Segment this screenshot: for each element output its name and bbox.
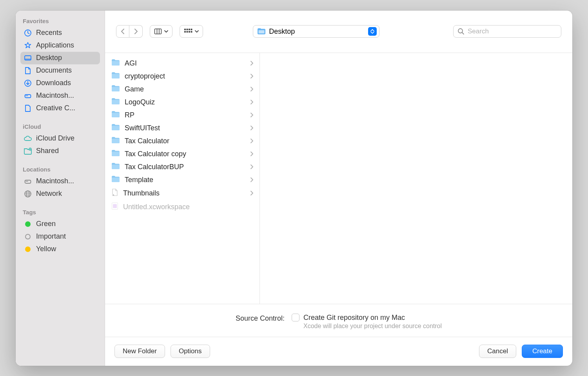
chevron-right-icon <box>250 59 253 68</box>
sidebar: FavoritesRecentsApplicationsDesktopDocum… <box>16 11 105 366</box>
location-picker[interactable]: Desktop <box>253 25 379 38</box>
sidebar-item-label: Applications <box>36 41 74 49</box>
file-row[interactable]: Tax Calculator copy <box>105 148 260 161</box>
sidebar-item-label: Shared <box>36 147 59 155</box>
sidebar-item-label: Downloads <box>36 79 71 87</box>
sidebar-item-recents[interactable]: Recents <box>20 27 100 39</box>
search-box[interactable] <box>453 25 561 38</box>
grid-group-icon <box>184 28 192 35</box>
clock-icon <box>24 29 32 37</box>
sidebar-item-green[interactable]: Green <box>20 218 100 230</box>
folder-icon <box>111 124 120 133</box>
sidebar-item-macintosh-[interactable]: Macintosh... <box>20 175 100 188</box>
file-name: Game <box>125 85 245 93</box>
sidebar-section-title: Locations <box>20 164 100 175</box>
cancel-button[interactable]: Cancel <box>479 345 516 358</box>
tag-dot-icon <box>24 245 32 254</box>
toolbar: Desktop <box>105 11 572 53</box>
svg-rect-4 <box>25 95 31 98</box>
button-bar: New Folder Options Cancel Create <box>105 337 572 366</box>
group-button[interactable] <box>180 25 203 38</box>
file-name: Tax Calculator <box>125 137 245 145</box>
svg-rect-1 <box>25 56 31 60</box>
sidebar-item-icloud-drive[interactable]: iCloud Drive <box>20 132 100 145</box>
file-name: LogoQuiz <box>125 98 245 106</box>
svg-rect-27 <box>258 28 261 30</box>
file-row[interactable]: Game <box>105 83 260 96</box>
chevron-right-icon <box>250 137 253 145</box>
sidebar-item-applications[interactable]: Applications <box>20 39 100 52</box>
svg-rect-15 <box>155 29 162 34</box>
file-icon <box>24 104 32 113</box>
create-button[interactable]: Create <box>522 345 563 358</box>
file-icon <box>111 188 118 198</box>
file-name: Thumbnails <box>123 189 245 197</box>
sidebar-item-desktop[interactable]: Desktop <box>20 52 100 64</box>
file-row[interactable]: RP <box>105 109 260 122</box>
search-icon <box>457 28 465 35</box>
file-name: RP <box>125 111 245 119</box>
file-area: AGIcryptoprojectGameLogoQuizRPSwiftUITes… <box>105 53 572 304</box>
chevron-right-icon <box>134 29 138 34</box>
location-stepper-icon <box>368 27 377 36</box>
sidebar-section-title: Tags <box>20 207 100 218</box>
save-dialog: FavoritesRecentsApplicationsDesktopDocum… <box>16 11 572 366</box>
file-name: Untitled.xcworkspace <box>123 203 253 211</box>
forward-button[interactable] <box>129 25 143 38</box>
options-button[interactable]: Options <box>171 345 210 358</box>
sidebar-item-macintosh-[interactable]: Macintosh... <box>20 89 100 102</box>
file-row[interactable]: Untitled.xcworkspace <box>105 200 260 214</box>
file-row[interactable]: SwiftUITest <box>105 122 260 135</box>
sidebar-item-downloads[interactable]: Downloads <box>20 77 100 89</box>
svg-point-29 <box>458 29 463 33</box>
svg-rect-32 <box>113 204 117 208</box>
source-control-label: Source Control: <box>236 314 285 323</box>
chevron-right-icon <box>250 111 253 119</box>
file-row[interactable]: AGI <box>105 57 260 70</box>
git-checkbox[interactable] <box>292 314 299 321</box>
sidebar-item-network[interactable]: Network <box>20 188 100 200</box>
file-row[interactable]: cryptoproject <box>105 70 260 83</box>
chevron-right-icon <box>250 176 253 184</box>
sidebar-item-important[interactable]: Important <box>20 230 100 243</box>
columns-icon <box>154 28 162 35</box>
svg-rect-21 <box>191 29 192 30</box>
chevron-right-icon <box>250 189 253 197</box>
file-row[interactable]: Tax Calculator <box>105 135 260 148</box>
sidebar-item-yellow[interactable]: Yellow <box>20 243 100 256</box>
file-row[interactable]: Thumbnails <box>105 186 260 200</box>
sidebar-item-label: Green <box>36 220 56 228</box>
folder-icon <box>111 72 120 81</box>
view-columns-button[interactable] <box>150 25 172 38</box>
chevron-left-icon <box>121 29 125 34</box>
sidebar-section-title: Favorites <box>20 16 100 27</box>
file-column: AGIcryptoprojectGameLogoQuizRPSwiftUITes… <box>105 53 260 304</box>
sidebar-item-documents[interactable]: Documents <box>20 64 100 77</box>
svg-rect-24 <box>189 31 190 33</box>
file-row[interactable]: Tax CalculatorBUP <box>105 161 260 173</box>
document-icon <box>24 66 32 75</box>
svg-rect-20 <box>189 29 190 30</box>
back-button[interactable] <box>116 25 129 38</box>
network-icon <box>24 190 32 198</box>
desktop-icon <box>24 54 32 62</box>
sidebar-item-shared[interactable]: Shared <box>20 145 100 157</box>
folder-icon <box>111 85 120 94</box>
sidebar-item-label: Macintosh... <box>36 177 74 185</box>
file-name: Tax CalculatorBUP <box>125 163 245 171</box>
shared-folder-icon <box>24 147 32 155</box>
folder-icon <box>111 150 120 159</box>
chevron-right-icon <box>250 150 253 158</box>
new-folder-button[interactable]: New Folder <box>114 345 165 358</box>
drive-icon <box>24 177 32 186</box>
search-input[interactable] <box>468 27 557 35</box>
source-control-section: Source Control: Create Git repository on… <box>105 304 572 337</box>
file-row[interactable]: LogoQuiz <box>105 96 260 109</box>
file-row[interactable]: Template <box>105 173 260 186</box>
chevron-down-icon <box>164 30 168 33</box>
sidebar-item-label: Network <box>36 190 62 198</box>
download-icon <box>24 79 32 88</box>
chevron-right-icon <box>250 163 253 171</box>
sidebar-item-creative-c-[interactable]: Creative C... <box>20 102 100 115</box>
chevron-right-icon <box>250 98 253 106</box>
